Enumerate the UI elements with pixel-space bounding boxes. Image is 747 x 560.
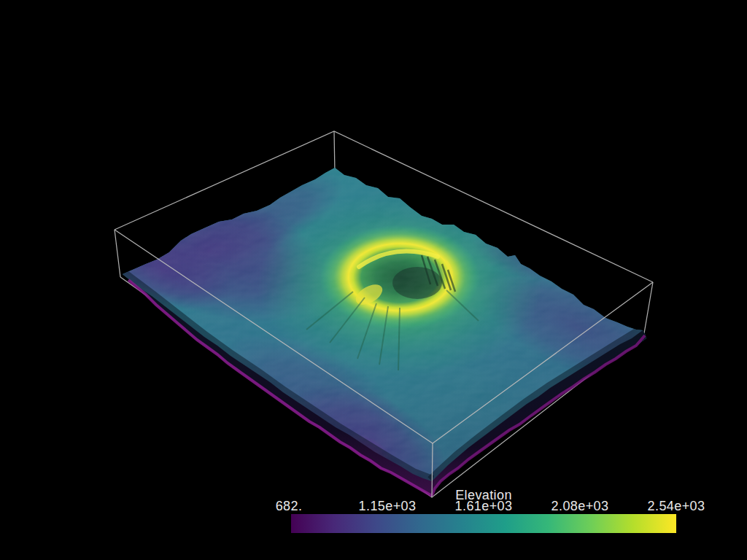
colorbar: Elevation 682. 1.15e+03 1.61e+03 2.08e+0…	[276, 488, 705, 533]
scene-viewport[interactable]: Elevation 682. 1.15e+03 1.61e+03 2.08e+0…	[0, 0, 747, 560]
colorbar-tick-label: 1.15e+03	[359, 499, 417, 513]
colorbar-gradient	[291, 514, 676, 533]
render-window: Elevation 682. 1.15e+03 1.61e+03 2.08e+0…	[0, 0, 747, 560]
colorbar-tick-label: 682.	[276, 499, 303, 513]
terrain-mesh	[58, 124, 694, 534]
colorbar-tick-label: 2.08e+03	[551, 499, 609, 513]
colorbar-tick-label: 1.61e+03	[455, 499, 513, 513]
colorbar-tick-label: 2.54e+03	[648, 499, 705, 513]
